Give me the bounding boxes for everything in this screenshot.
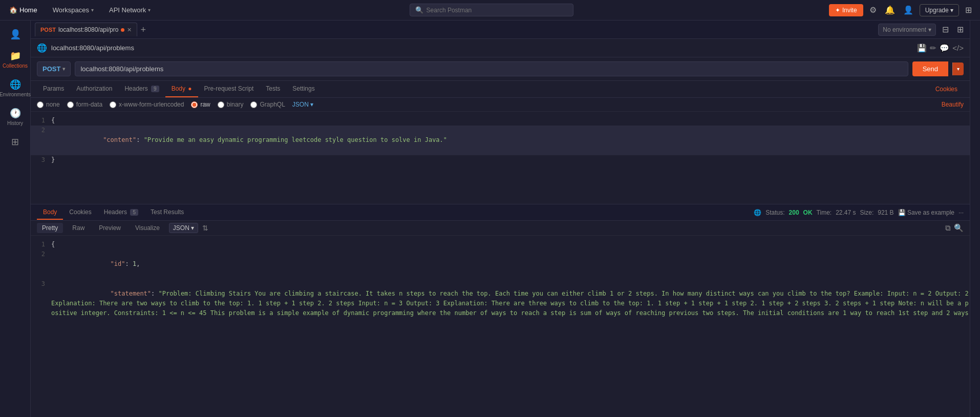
body-type-graphql[interactable]: GraphQL (250, 101, 285, 108)
sidebar-item-apis[interactable]: ⊞ (1, 132, 30, 152)
search-response-button[interactable]: 🔍 (954, 223, 964, 233)
fmt-tab-visualize[interactable]: Visualize (130, 223, 165, 233)
url-input[interactable] (75, 61, 908, 76)
response-body: 1 { 2 "id": 1, 3 "statement": "Problem: … (31, 236, 970, 317)
sidebar-item-collections[interactable]: 📁 Collections (1, 46, 30, 73)
form-data-label: form-data (76, 101, 102, 108)
radio-binary[interactable] (218, 101, 224, 108)
resp-tab-headers[interactable]: Headers 5 (98, 205, 144, 220)
tab-close-icon[interactable]: ✕ (127, 27, 132, 33)
sidebar-item-environments[interactable]: 🌐 Environments (1, 75, 30, 101)
headers-count: 9 (151, 86, 159, 92)
response-json-selector[interactable]: JSON ▾ (169, 223, 198, 233)
profile-button[interactable]: 👤 (901, 3, 915, 17)
raw-label: raw (200, 101, 210, 108)
fmt-tab-preview[interactable]: Preview (94, 223, 126, 233)
save-disk-icon: 💾 (898, 209, 906, 216)
size-label: Size: (860, 209, 874, 216)
body-dot: ● (188, 85, 191, 92)
nav-workspaces-label: Workspaces (53, 6, 89, 14)
nav-workspaces[interactable]: Workspaces ▾ (50, 4, 97, 16)
search-container[interactable]: 🔍 (410, 4, 573, 16)
resp-tab-body[interactable]: Body (37, 205, 63, 220)
req-tab-authorization[interactable]: Authorization (70, 81, 118, 97)
radio-urlencoded[interactable] (110, 101, 116, 108)
more-options-button[interactable]: ⊞ (955, 23, 966, 36)
json-chevron: ▾ (310, 101, 313, 108)
resp-content-1: { (51, 240, 55, 249)
status-text: OK (803, 209, 813, 216)
pre-request-label: Pre-request Script (204, 85, 254, 92)
method-label: POST (42, 65, 60, 73)
upgrade-button[interactable]: Upgrade ▾ (920, 4, 959, 16)
sidebar-item-history[interactable]: 🕐 History (1, 103, 30, 130)
resp-tab-test-results[interactable]: Test Results (144, 205, 190, 220)
url-actions: 💾 ✏ 💬 </> (917, 44, 964, 53)
notifications-button[interactable]: 🔔 (883, 3, 897, 17)
body-type-form-data[interactable]: form-data (67, 101, 102, 108)
settings-button[interactable]: ⚙ (867, 3, 879, 17)
cookies-link[interactable]: Cookies (929, 81, 964, 97)
beautify-button[interactable]: Beautify (942, 101, 964, 108)
tab-modified-dot (121, 28, 124, 32)
resp-line-num-1: 1 (31, 240, 51, 249)
invite-label: Invite (842, 7, 857, 14)
history-label: History (7, 120, 23, 126)
upgrade-label: Upgrade (925, 7, 949, 14)
request-tabs: Params Authorization Headers 9 Body ● Pr… (31, 81, 970, 98)
fmt-tab-pretty[interactable]: Pretty (37, 223, 63, 233)
radio-form-data[interactable] (67, 101, 74, 108)
radio-none[interactable] (37, 101, 44, 108)
save-example-label: Save as example (907, 209, 954, 216)
apis-icon: ⊞ (11, 136, 19, 148)
filter-icon[interactable]: ⇅ (202, 224, 208, 232)
radio-raw[interactable] (191, 101, 198, 108)
response-format-bar: Pretty Raw Preview Visualize JSON ▾ ⇅ ⧉ … (31, 221, 970, 236)
new-tab-button[interactable]: + (137, 25, 149, 34)
comment-url-icon[interactable]: 💬 (940, 44, 949, 53)
save-example-button[interactable]: 💾 Save as example (898, 209, 954, 216)
request-tab[interactable]: POST localhost:8080/api/pro ✕ (35, 23, 137, 36)
line-content-3: } (51, 155, 55, 165)
code-line-3: 3 } (31, 155, 970, 165)
env-chevron: ▾ (928, 26, 931, 33)
more-options-button-resp[interactable]: ··· (958, 209, 964, 216)
radio-graphql[interactable] (250, 101, 257, 108)
nav-api-network-label: API Network (109, 6, 146, 14)
resp-line-1: 1 { (31, 240, 970, 249)
layout-toggle-button[interactable]: ⊞ (963, 3, 974, 17)
resp-json-chevron: ▾ (191, 224, 194, 232)
copy-response-button[interactable]: ⧉ (945, 223, 951, 233)
sidebar-item-home[interactable]: 👤 (1, 25, 30, 44)
nav-api-network[interactable]: API Network ▾ (106, 4, 154, 16)
json-format-selector[interactable]: JSON ▾ (292, 101, 313, 108)
method-selector[interactable]: POST ▾ (37, 61, 71, 76)
req-tab-settings[interactable]: Settings (286, 81, 321, 97)
body-type-raw[interactable]: raw (191, 101, 210, 108)
req-tab-body[interactable]: Body ● (165, 81, 198, 97)
nav-home[interactable]: 🏠 Home (6, 4, 40, 16)
edit-url-icon[interactable]: ✏ (930, 44, 936, 53)
invite-button[interactable]: ✦ Invite (829, 4, 863, 16)
body-type-binary[interactable]: binary (218, 101, 244, 108)
fmt-tab-raw[interactable]: Raw (67, 223, 90, 233)
req-tab-tests[interactable]: Tests (260, 81, 286, 97)
req-tab-params[interactable]: Params (37, 81, 70, 97)
environment-selector[interactable]: No environment ▾ (878, 24, 936, 36)
request-body-editor[interactable]: 1 { 2 "content": "Provide me an easy dyn… (31, 112, 970, 204)
time-label: Time: (817, 209, 832, 216)
code-url-icon[interactable]: </> (952, 44, 964, 52)
body-type-none[interactable]: none (37, 101, 60, 108)
save-url-icon[interactable]: 💾 (917, 44, 927, 53)
req-tab-headers[interactable]: Headers 9 (118, 81, 165, 97)
status-label: Status: (765, 209, 784, 216)
params-label: Params (43, 85, 64, 92)
layout-options-button[interactable]: ⊟ (940, 23, 951, 36)
resp-tab-cookies[interactable]: Cookies (63, 205, 97, 220)
search-input[interactable] (427, 7, 568, 14)
req-tab-pre-request[interactable]: Pre-request Script (198, 81, 260, 97)
right-sidebar (970, 20, 980, 417)
body-type-urlencoded[interactable]: x-www-form-urlencoded (110, 101, 184, 108)
send-dropdown-button[interactable]: ▾ (952, 62, 964, 75)
send-button[interactable]: Send (912, 61, 948, 76)
